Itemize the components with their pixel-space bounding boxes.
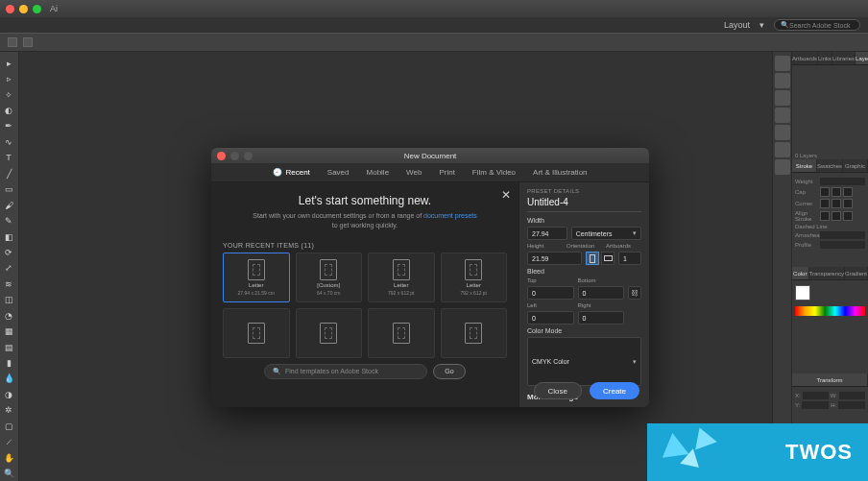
bleed-bottom-input[interactable]: 0	[578, 286, 625, 300]
units-select[interactable]: Centimeters	[571, 227, 641, 240]
panel-icon[interactable]	[775, 90, 790, 106]
tab-swatches[interactable]: Swatches	[817, 159, 843, 172]
tab-layers[interactable]: Layers	[856, 52, 868, 64]
lasso-tool[interactable]: ◐	[0, 103, 17, 117]
cap-proj[interactable]	[843, 187, 853, 197]
close-button[interactable]: Close	[534, 382, 582, 399]
document-name-input[interactable]: Untitled-4	[527, 197, 641, 212]
curvature-tool[interactable]: ∿	[0, 134, 17, 149]
pen-tool[interactable]: ✒	[0, 119, 17, 133]
align-center[interactable]	[820, 211, 830, 221]
tab-transparency[interactable]: Transparency	[809, 267, 845, 279]
bleed-left-input[interactable]: 0	[527, 311, 574, 325]
orientation-portrait[interactable]	[586, 252, 599, 265]
dashed-line-checkbox[interactable]: Dashed Line	[795, 224, 828, 229]
eraser-tool[interactable]: ◧	[0, 229, 17, 244]
tab-saved[interactable]: Saved	[327, 168, 350, 177]
hand-tool[interactable]: ✋	[0, 450, 17, 465]
shape-builder-tool[interactable]: ◔	[0, 308, 17, 323]
panel-icon[interactable]	[775, 125, 790, 140]
tab-print[interactable]: Print	[439, 168, 454, 177]
panel-icon[interactable]	[775, 159, 790, 175]
direct-selection-tool[interactable]: ▹	[0, 71, 17, 85]
brush-tool[interactable]: 🖌	[0, 198, 17, 212]
orientation-landscape[interactable]	[601, 252, 615, 265]
corner-round[interactable]	[832, 199, 841, 208]
tab-color[interactable]: Color	[792, 267, 809, 279]
width-input[interactable]: 27.94	[527, 227, 567, 240]
profile-select[interactable]	[820, 241, 865, 249]
type-tool[interactable]: T	[0, 151, 17, 165]
rectangle-tool[interactable]: ▭	[0, 182, 17, 197]
line-tool[interactable]: ╱	[0, 166, 17, 180]
preset-item[interactable]	[223, 308, 290, 358]
tab-recent[interactable]: 🕘Recent	[273, 168, 309, 177]
w-input[interactable]	[839, 392, 865, 399]
preset-item[interactable]	[368, 308, 435, 358]
shaper-tool[interactable]: ✎	[0, 213, 17, 228]
corner-bevel[interactable]	[843, 199, 853, 208]
panel-icon[interactable]	[775, 142, 790, 157]
color-mode-select[interactable]: CMYK Color	[527, 337, 641, 386]
align-inside[interactable]	[832, 211, 841, 221]
tab-gradient[interactable]: Gradient	[845, 267, 868, 279]
corner-miter[interactable]	[820, 199, 830, 208]
scale-tool[interactable]: ⤢	[0, 261, 17, 276]
h-input[interactable]	[838, 401, 865, 409]
align-outside[interactable]	[843, 211, 853, 221]
blend-tool[interactable]: ◑	[0, 387, 17, 401]
bleed-right-input[interactable]: 0	[578, 311, 625, 325]
perspective-tool[interactable]: ▦	[0, 324, 17, 338]
color-spectrum[interactable]	[795, 306, 865, 316]
window-close-button[interactable]	[6, 5, 14, 13]
eyedropper-tool[interactable]: 💧	[0, 372, 17, 386]
tab-transform[interactable]: Transform	[792, 373, 868, 386]
tab-libraries[interactable]: Libraries	[832, 52, 856, 64]
preset-item[interactable]: [Custom] 64 x 70 cm	[296, 253, 363, 302]
options-widget[interactable]	[23, 37, 33, 47]
tab-graphic-styles[interactable]: Graphic Styles	[843, 159, 868, 172]
tab-links[interactable]: Links	[818, 52, 832, 64]
magic-wand-tool[interactable]: ✧	[0, 87, 17, 102]
panel-icon[interactable]	[775, 56, 790, 71]
preset-item[interactable]	[441, 308, 508, 358]
cap-butt[interactable]	[820, 187, 830, 197]
rotate-tool[interactable]: ⟳	[0, 245, 17, 259]
window-minimize-button[interactable]	[19, 5, 28, 13]
free-transform-tool[interactable]: ◫	[0, 293, 17, 307]
options-widget[interactable]	[8, 37, 17, 47]
window-maximize-button[interactable]	[33, 5, 41, 13]
stock-search-field[interactable]: 🔍 Search Adobe Stock	[774, 19, 860, 31]
panel-icon[interactable]	[775, 108, 790, 123]
tab-stroke[interactable]: Stroke	[792, 159, 817, 172]
selection-tool[interactable]: ▸	[0, 56, 17, 70]
zoom-tool[interactable]: 🔍	[0, 466, 17, 480]
artboards-input[interactable]: 1	[618, 252, 641, 265]
workspace-switcher[interactable]: Layout	[724, 20, 750, 30]
stock-search-input[interactable]: 🔍 Find templates on Adobe Stock	[264, 364, 427, 379]
preset-item[interactable]: Letter 792 x 612 pt	[441, 253, 508, 302]
tab-film-video[interactable]: Film & Video	[472, 168, 516, 177]
height-input[interactable]: 21.59	[527, 252, 582, 265]
preset-item[interactable]: Letter 27.94 x 21.59 cm	[223, 253, 290, 302]
artboard-tool[interactable]: ▢	[0, 419, 17, 433]
gradient-tool[interactable]: ▮	[0, 355, 17, 370]
preset-item[interactable]	[296, 308, 363, 358]
y-input[interactable]	[802, 401, 829, 409]
tab-artboards[interactable]: Artboards	[792, 52, 818, 64]
create-button[interactable]: Create	[590, 382, 639, 399]
fill-swatch[interactable]	[795, 285, 810, 301]
width-tool[interactable]: ≋	[0, 277, 17, 291]
close-icon[interactable]: ✕	[501, 188, 511, 202]
symbol-sprayer-tool[interactable]: ✲	[0, 403, 17, 418]
link-icon[interactable]: ⛓	[628, 286, 641, 300]
arrowheads-input[interactable]	[820, 231, 865, 239]
tab-mobile[interactable]: Mobile	[367, 168, 390, 177]
document-presets-link[interactable]: document presets	[423, 212, 477, 219]
mesh-tool[interactable]: ▤	[0, 340, 17, 354]
bleed-top-input[interactable]: 0	[527, 286, 574, 300]
cap-round[interactable]	[832, 187, 841, 197]
tab-art-illustration[interactable]: Art & Illustration	[533, 168, 587, 177]
go-button[interactable]: Go	[433, 364, 466, 379]
tab-web[interactable]: Web	[406, 168, 422, 177]
